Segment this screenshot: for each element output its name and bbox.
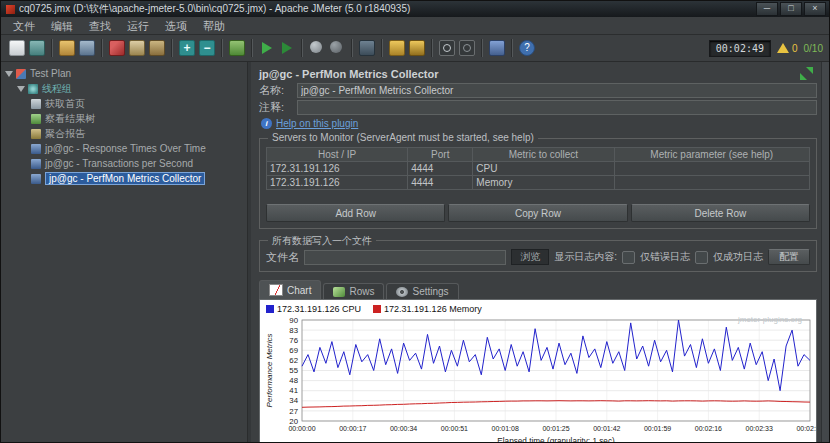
close-button[interactable]: × (804, 2, 826, 16)
window-title: cq0725.jmx (D:\软件\apache-jmeter-5.0\bin\… (19, 2, 756, 16)
clear-all-icon[interactable] (409, 40, 425, 56)
menu-item-file[interactable]: 文件 (5, 18, 43, 34)
start-no-pauses-icon[interactable] (279, 40, 295, 56)
paste-icon[interactable] (149, 40, 165, 56)
function-helper-icon[interactable] (489, 40, 505, 56)
cell-host[interactable]: 172.31.191.126 (267, 162, 408, 176)
toolbar-separator (101, 39, 103, 57)
table-buttons: Add Row Copy Row Delete Row (266, 204, 810, 222)
cell-metric[interactable]: Memory (473, 176, 614, 190)
chart-listener-icon (31, 144, 41, 154)
name-input[interactable] (297, 83, 817, 98)
toolbar-separator (511, 39, 513, 57)
tree-item-view-results-tree[interactable]: 察看结果树 (1, 111, 247, 126)
new-file-icon[interactable] (9, 40, 25, 56)
tree-item-thread-group[interactable]: 线程组 (1, 81, 247, 96)
svg-text:41: 41 (289, 386, 298, 395)
tree-item-response-times-over-time[interactable]: jp@gc - Response Times Over Time (1, 141, 247, 156)
toolbar-separator (251, 39, 253, 57)
shutdown-icon[interactable] (329, 40, 345, 56)
comments-label: 注释: (259, 100, 293, 115)
copy-icon[interactable] (129, 40, 145, 56)
clear-icon[interactable] (389, 40, 405, 56)
help-link[interactable]: Help on this plugin (276, 118, 358, 129)
tab-label: Rows (349, 286, 374, 297)
start-icon[interactable] (259, 40, 275, 56)
tab-label: Settings (412, 286, 448, 297)
cut-icon[interactable] (109, 40, 125, 56)
maximize-button[interactable]: □ (780, 2, 802, 16)
tab-chart[interactable]: Chart (259, 280, 321, 299)
filename-input[interactable] (304, 250, 506, 265)
successes-only-label: 仅成功日志 (713, 250, 763, 264)
minimize-button[interactable]: ─ (756, 2, 778, 16)
svg-text:83: 83 (289, 326, 298, 335)
cell-port[interactable]: 4444 (408, 176, 473, 190)
menu-item-edit[interactable]: 编辑 (43, 18, 81, 34)
svg-text:48: 48 (289, 376, 298, 385)
test-plan-icon (16, 69, 26, 79)
window-controls: ─ □ × (756, 2, 826, 16)
cell-port[interactable]: 4444 (408, 162, 473, 176)
toolbar-separator (351, 39, 353, 57)
menu-item-search[interactable]: 查找 (81, 18, 119, 34)
table-empty-area (266, 190, 810, 204)
tree-item-test-plan[interactable]: Test Plan (1, 66, 247, 81)
tree-item-get-homepage[interactable]: 获取首页 (1, 96, 247, 111)
tree-item-label: 察看结果树 (45, 112, 95, 126)
cell-param[interactable] (614, 162, 810, 176)
column-header-port: Port (408, 148, 473, 162)
name-label: 名称: (259, 83, 293, 98)
stop-icon[interactable] (309, 40, 325, 56)
toggle-icon[interactable] (229, 40, 245, 56)
svg-text:00:01:25: 00:01:25 (542, 425, 569, 432)
tree-item-label: 聚合报告 (45, 127, 85, 141)
table-row[interactable]: 172.31.191.126 4444 CPU (267, 162, 810, 176)
filename-label: 文件名 (266, 250, 299, 265)
toolbar-separator (51, 39, 53, 57)
collapse-all-icon[interactable] (199, 40, 215, 56)
menu-item-run[interactable]: 运行 (119, 18, 157, 34)
log-errors-indicator[interactable]: 0 (777, 43, 798, 54)
browse-button[interactable]: 浏览 (511, 249, 549, 265)
tab-rows[interactable]: Rows (323, 283, 384, 299)
search-icon[interactable] (439, 40, 455, 56)
delete-row-button[interactable]: Delete Row (631, 204, 810, 222)
errors-only-checkbox[interactable] (622, 251, 635, 264)
open-file-icon[interactable] (59, 40, 75, 56)
add-row-button[interactable]: Add Row (266, 204, 445, 222)
menu-item-help[interactable]: 帮助 (195, 18, 233, 34)
expand-all-icon[interactable] (179, 40, 195, 56)
group-title: 所有数据写入一个文件 (268, 234, 376, 248)
column-header-host: Host / IP (267, 148, 408, 162)
table-row[interactable]: 172.31.191.126 4444 Memory (267, 176, 810, 190)
tree-item-label: Test Plan (30, 68, 71, 79)
svg-text:00:00:00: 00:00:00 (288, 425, 315, 432)
expand-panel-icon[interactable] (800, 67, 813, 80)
vertical-scrollbar[interactable] (821, 62, 829, 443)
main-panel: jp@gc - PerfMon Metrics Collector 名称: 注释… (251, 62, 821, 443)
view-tabs: Chart Rows Settings (259, 280, 817, 299)
cell-host[interactable]: 172.31.191.126 (267, 176, 408, 190)
expand-toggle-icon[interactable] (5, 71, 13, 77)
svg-text:62: 62 (289, 356, 298, 365)
tree-item-transactions-per-second[interactable]: jp@gc - Transactions per Second (1, 156, 247, 171)
search-reset-icon[interactable] (459, 40, 475, 56)
help-icon[interactable] (519, 40, 535, 56)
comments-input[interactable] (297, 100, 817, 115)
tree-item-perfmon-metrics-collector[interactable]: jp@gc - PerfMon Metrics Collector (1, 171, 247, 186)
group-title: Servers to Monitor (ServerAgent must be … (268, 132, 538, 143)
successes-only-checkbox[interactable] (695, 251, 708, 264)
menu-item-options[interactable]: 选项 (157, 18, 195, 34)
cell-param[interactable] (614, 176, 810, 190)
remote-start-icon[interactable] (359, 40, 375, 56)
tree-item-aggregate-report[interactable]: 聚合报告 (1, 126, 247, 141)
save-icon[interactable] (79, 40, 95, 56)
expand-toggle-icon[interactable] (17, 86, 25, 92)
cell-metric[interactable]: CPU (473, 162, 614, 176)
aggregate-report-icon (31, 129, 41, 139)
tab-settings[interactable]: Settings (386, 283, 458, 299)
templates-icon[interactable] (29, 40, 45, 56)
configure-button[interactable]: 配置 (768, 249, 810, 265)
copy-row-button[interactable]: Copy Row (448, 204, 627, 222)
